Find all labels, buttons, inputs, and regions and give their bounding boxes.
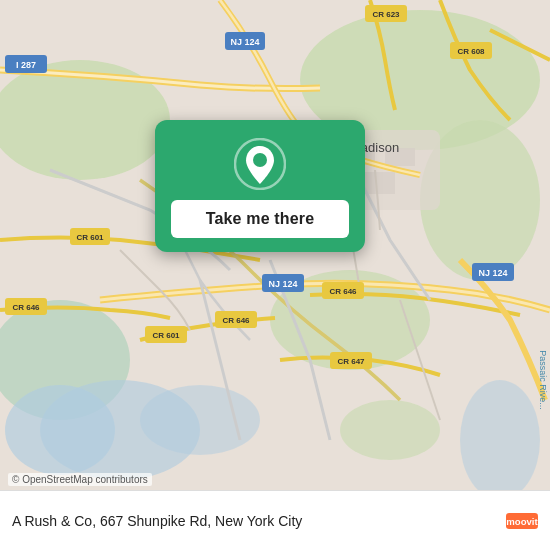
svg-text:CR 608: CR 608 [457,47,485,56]
svg-text:NJ 124: NJ 124 [478,268,507,278]
svg-text:CR 647: CR 647 [337,357,365,366]
bottom-bar: A Rush & Co, 667 Shunpike Rd, New York C… [0,490,550,550]
map-container: I 287 NJ 124 CR 623 CR 608 CR 601 NJ 124… [0,0,550,490]
svg-text:CR 646: CR 646 [12,303,40,312]
svg-text:moovit: moovit [506,515,538,526]
location-card: Take me there [155,120,365,252]
svg-text:NJ 124: NJ 124 [230,37,259,47]
take-me-there-button[interactable]: Take me there [171,200,349,238]
svg-point-9 [140,385,260,455]
svg-point-10 [340,400,440,460]
svg-point-43 [253,153,267,167]
svg-text:I 287: I 287 [16,60,36,70]
svg-text:CR 623: CR 623 [372,10,400,19]
svg-text:CR 646: CR 646 [222,316,250,325]
svg-text:CR 601: CR 601 [152,331,180,340]
svg-text:CR 601: CR 601 [76,233,104,242]
svg-text:NJ 124: NJ 124 [268,279,297,289]
moovit-logo-icon: moovit [506,505,538,537]
map-attribution: © OpenStreetMap contributors [8,473,152,486]
location-pin-icon [234,138,286,190]
svg-text:Passaic Rive...: Passaic Rive... [538,350,548,410]
address-text: A Rush & Co, 667 Shunpike Rd, New York C… [12,513,506,529]
moovit-logo: moovit [506,505,538,537]
svg-point-7 [5,385,115,475]
svg-text:adison: adison [361,140,399,155]
svg-text:CR 646: CR 646 [329,287,357,296]
